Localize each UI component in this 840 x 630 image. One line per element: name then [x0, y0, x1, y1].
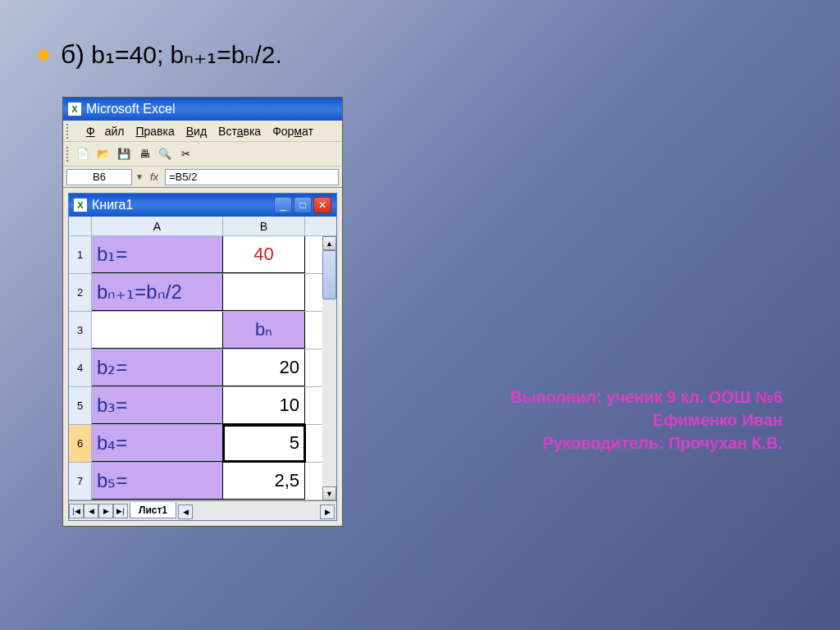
menu-view[interactable]: Вид	[181, 123, 212, 139]
workbook-icon: X	[74, 199, 87, 212]
row-header-7[interactable]: 7	[69, 463, 92, 500]
sheet-tab-bar: |◀ ◀ ▶ ▶| Лист1 ◀ ▶	[69, 500, 336, 520]
cell-b3[interactable]: bₙ	[223, 312, 305, 349]
minimize-button[interactable]: _	[274, 197, 292, 213]
cell-a5[interactable]: b₃=	[92, 387, 223, 424]
window-buttons: _ □ ✕	[274, 197, 331, 213]
menu-file[interactable]: Файл	[81, 123, 129, 139]
menu-insert[interactable]: Вставка	[213, 123, 266, 139]
header-scroll-spacer	[305, 217, 319, 235]
formula-input[interactable]	[165, 169, 339, 185]
scroll-track[interactable]	[322, 299, 336, 486]
menu-edit[interactable]: Правка	[130, 123, 179, 139]
app-titlebar[interactable]: X Microsoft Excel	[63, 98, 342, 121]
select-all-corner[interactable]	[69, 217, 92, 235]
scroll-up-icon[interactable]: ▲	[322, 236, 336, 250]
tab-nav-prev-icon[interactable]: ◀	[84, 504, 98, 518]
excel-icon: X	[68, 103, 81, 116]
credits-line3: Руководитель: Прочухан К.В.	[510, 431, 783, 454]
menu-grip-icon[interactable]	[66, 124, 78, 139]
cell-b5[interactable]: 10	[223, 387, 305, 424]
close-button[interactable]: ✕	[313, 197, 331, 213]
fx-icon[interactable]: fx	[147, 171, 162, 183]
toolbar: 📄 📂 💾 🖶 🔍 ✂	[63, 142, 342, 167]
row-header-6[interactable]: 6	[69, 425, 92, 462]
bullet-icon	[38, 49, 49, 61]
workbook-window: X Книга1 _ □ ✕ A B 1 b₁= 40 2	[68, 193, 337, 521]
table-row: 7 b₅= 2,5	[69, 463, 322, 500]
table-row: 2 bₙ₊₁=bₙ/2	[69, 274, 322, 312]
cut-icon[interactable]: ✂	[176, 145, 194, 163]
cell-b4[interactable]: 20	[223, 349, 305, 386]
row-header-2[interactable]: 2	[69, 274, 92, 311]
row-header-3[interactable]: 3	[69, 312, 92, 349]
cell-a2[interactable]: bₙ₊₁=bₙ/2	[92, 274, 223, 311]
excel-app-window: X Microsoft Excel Файл Правка Вид Вставк…	[62, 97, 343, 527]
cell-a7[interactable]: b₅=	[92, 463, 223, 500]
workbook-titlebar[interactable]: X Книга1 _ □ ✕	[69, 194, 336, 217]
credits-line1: Выполнил: ученик 9 кл. ООШ №6	[510, 386, 783, 409]
maximize-button[interactable]: □	[294, 197, 312, 213]
cell-a6[interactable]: b₄=	[92, 425, 223, 462]
save-icon[interactable]: 💾	[115, 145, 133, 163]
namebox-dropdown-icon[interactable]: ▼	[135, 172, 144, 181]
menu-format[interactable]: Формат	[267, 123, 318, 139]
cell-a3[interactable]	[92, 312, 223, 349]
scroll-thumb[interactable]	[322, 250, 336, 299]
horizontal-scrollbar[interactable]: ◀ ▶	[178, 504, 335, 518]
toolbar-grip-icon[interactable]	[66, 147, 70, 162]
col-header-b[interactable]: B	[223, 217, 305, 235]
hscroll-right-icon[interactable]: ▶	[320, 504, 335, 519]
tab-nav-next-icon[interactable]: ▶	[98, 504, 113, 518]
grid-body: 1 b₁= 40 2 bₙ₊₁=bₙ/2 3 bₙ 4 b₂= 20	[69, 236, 336, 500]
vertical-scrollbar[interactable]: ▲ ▼	[322, 236, 336, 500]
cell-a4[interactable]: b₂=	[92, 349, 223, 386]
table-row: 5 b₃= 10	[69, 387, 322, 425]
scroll-down-icon[interactable]: ▼	[322, 486, 336, 500]
menubar: Файл Правка Вид Вставка Формат	[63, 121, 342, 142]
table-row: 6 b₄= 5	[69, 425, 322, 463]
name-box[interactable]	[66, 169, 132, 185]
column-header-row: A B	[69, 217, 336, 236]
row-header-5[interactable]: 5	[69, 387, 92, 424]
workbook-title: Книга1	[92, 198, 133, 212]
cell-b2[interactable]	[223, 274, 305, 311]
row-header-4[interactable]: 4	[69, 349, 92, 386]
tab-nav-last-icon[interactable]: ▶|	[113, 504, 128, 518]
new-file-icon[interactable]: 📄	[74, 145, 92, 163]
bullet-text: б) b₁=40; bₙ₊₁=bₙ/2.	[61, 39, 282, 70]
rows-container: 1 b₁= 40 2 bₙ₊₁=bₙ/2 3 bₙ 4 b₂= 20	[69, 236, 322, 500]
app-title: Microsoft Excel	[86, 102, 175, 116]
sheet-tab-1[interactable]: Лист1	[130, 503, 176, 518]
print-icon[interactable]: 🖶	[135, 145, 153, 163]
cell-b1[interactable]: 40	[223, 236, 305, 273]
slide-bullet-title: б) b₁=40; bₙ₊₁=bₙ/2.	[38, 39, 282, 70]
cell-b6[interactable]: 5	[223, 425, 305, 462]
tab-nav-first-icon[interactable]: |◀	[69, 504, 84, 518]
table-row: 3 bₙ	[69, 312, 322, 349]
open-folder-icon[interactable]: 📂	[94, 145, 112, 163]
cell-a1[interactable]: b₁=	[92, 236, 223, 273]
formula-bar: ▼ fx	[63, 167, 342, 188]
table-row: 1 b₁= 40	[69, 236, 322, 274]
hscroll-track[interactable]	[193, 504, 320, 518]
row-header-1[interactable]: 1	[69, 236, 92, 273]
credits-block: Выполнил: ученик 9 кл. ООШ №6 Ефименко И…	[510, 386, 783, 454]
credits-line2: Ефименко Иван	[510, 409, 783, 431]
hscroll-left-icon[interactable]: ◀	[178, 504, 193, 519]
table-row: 4 b₂= 20	[69, 349, 322, 387]
print-preview-icon[interactable]: 🔍	[156, 145, 174, 163]
col-header-a[interactable]: A	[92, 217, 223, 235]
cell-b7[interactable]: 2,5	[223, 463, 305, 500]
